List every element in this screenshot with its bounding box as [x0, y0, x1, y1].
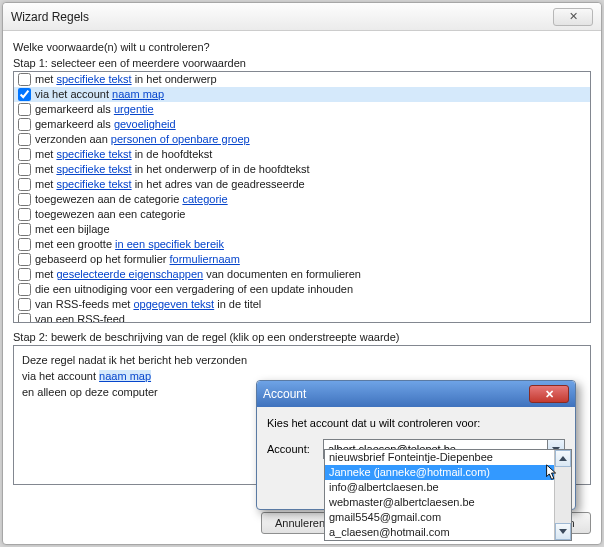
- condition-text: met een bijlage: [35, 222, 110, 237]
- condition-link[interactable]: categorie: [182, 193, 227, 205]
- scroll-down-button[interactable]: [555, 523, 571, 540]
- condition-row[interactable]: gemarkeerd als gevoeligheid: [14, 117, 590, 132]
- scroll-up-button[interactable]: [555, 450, 571, 467]
- dropdown-option[interactable]: gmail5545@gmail.com: [325, 510, 571, 525]
- condition-link[interactable]: gevoeligheid: [114, 118, 176, 130]
- chevron-up-icon: [559, 456, 567, 461]
- condition-row[interactable]: verzonden aan personen of openbare groep: [14, 132, 590, 147]
- condition-text: toegewezen aan een categorie: [35, 207, 185, 222]
- condition-row[interactable]: die een uitnodiging voor een vergadering…: [14, 282, 590, 297]
- condition-row[interactable]: met een bijlage: [14, 222, 590, 237]
- condition-link[interactable]: specifieke tekst: [56, 163, 131, 175]
- condition-checkbox[interactable]: [18, 163, 31, 176]
- condition-checkbox[interactable]: [18, 178, 31, 191]
- condition-text: gemarkeerd als urgentie: [35, 102, 154, 117]
- condition-link[interactable]: personen of openbare groep: [111, 133, 250, 145]
- dropdown-option[interactable]: info@albertclaesen.be: [325, 480, 571, 495]
- dropdown-option[interactable]: nieuwsbrief Fonteintje-Diepenbee: [325, 450, 571, 465]
- condition-checkbox[interactable]: [18, 268, 31, 281]
- close-icon: ✕: [545, 388, 554, 401]
- chevron-down-icon: [559, 529, 567, 534]
- desc-account-link[interactable]: naam map: [99, 370, 151, 382]
- dropdown-option[interactable]: webmaster@albertclaesen.be: [325, 495, 571, 510]
- conditions-list[interactable]: met specifieke tekst in het onderwerpvia…: [13, 71, 591, 323]
- condition-text: van een RSS-feed: [35, 312, 125, 323]
- condition-checkbox[interactable]: [18, 88, 31, 101]
- condition-text: gebaseerd op het formulier formuliernaam: [35, 252, 240, 267]
- popup-title: Account: [263, 387, 529, 401]
- step2-label: Stap 2: bewerk de beschrijving van de re…: [13, 331, 591, 343]
- condition-checkbox[interactable]: [18, 148, 31, 161]
- condition-row[interactable]: met geselecteerde eigenschappen van docu…: [14, 267, 590, 282]
- condition-link[interactable]: geselecteerde eigenschappen: [56, 268, 203, 280]
- dropdown-scrollbar[interactable]: [554, 450, 571, 540]
- condition-link[interactable]: specifieke tekst: [56, 73, 131, 85]
- close-icon: ✕: [569, 10, 578, 23]
- condition-text: met specifieke tekst in het onderwerp: [35, 72, 217, 87]
- account-dropdown-list[interactable]: nieuwsbrief Fonteintje-Diepenbee Janneke…: [324, 449, 572, 541]
- step1-label: Stap 1: selecteer een of meerdere voorwa…: [13, 57, 591, 69]
- condition-text: met specifieke tekst in de hoofdtekst: [35, 147, 212, 162]
- condition-row[interactable]: van RSS-feeds met opgegeven tekst in de …: [14, 297, 590, 312]
- condition-checkbox[interactable]: [18, 103, 31, 116]
- condition-row[interactable]: met specifieke tekst in het onderwerp: [14, 72, 590, 87]
- condition-text: met geselecteerde eigenschappen van docu…: [35, 267, 361, 282]
- popup-prompt: Kies het account dat u wilt controleren …: [267, 417, 565, 429]
- condition-checkbox[interactable]: [18, 238, 31, 251]
- condition-row[interactable]: via het account naam map: [14, 87, 590, 102]
- question-text: Welke voorwaarde(n) wilt u controleren?: [13, 41, 591, 53]
- condition-link[interactable]: specifieke tekst: [56, 178, 131, 190]
- condition-text: via het account naam map: [35, 87, 164, 102]
- window-close-button[interactable]: ✕: [553, 8, 593, 26]
- desc-line1: Deze regel nadat ik het bericht heb verz…: [22, 352, 582, 368]
- condition-text: met specifieke tekst in het onderwerp of…: [35, 162, 310, 177]
- condition-row[interactable]: van een RSS-feed: [14, 312, 590, 323]
- condition-checkbox[interactable]: [18, 298, 31, 311]
- condition-checkbox[interactable]: [18, 193, 31, 206]
- condition-checkbox[interactable]: [18, 283, 31, 296]
- condition-row[interactable]: gebaseerd op het formulier formuliernaam: [14, 252, 590, 267]
- condition-row[interactable]: met specifieke tekst in het adres van de…: [14, 177, 590, 192]
- condition-row[interactable]: met specifieke tekst in de hoofdtekst: [14, 147, 590, 162]
- account-label: Account:: [267, 443, 317, 455]
- popup-titlebar: Account ✕: [257, 381, 575, 407]
- condition-row[interactable]: met specifieke tekst in het onderwerp of…: [14, 162, 590, 177]
- window-title: Wizard Regels: [11, 10, 553, 24]
- condition-checkbox[interactable]: [18, 133, 31, 146]
- condition-text: van RSS-feeds met opgegeven tekst in de …: [35, 297, 261, 312]
- condition-row[interactable]: toegewezen aan een categorie: [14, 207, 590, 222]
- condition-text: die een uitnodiging voor een vergadering…: [35, 282, 353, 297]
- condition-checkbox[interactable]: [18, 208, 31, 221]
- condition-text: gemarkeerd als gevoeligheid: [35, 117, 176, 132]
- condition-row[interactable]: gemarkeerd als urgentie: [14, 102, 590, 117]
- condition-text: met specifieke tekst in het adres van de…: [35, 177, 305, 192]
- condition-checkbox[interactable]: [18, 223, 31, 236]
- condition-row[interactable]: toegewezen aan de categorie categorie: [14, 192, 590, 207]
- condition-checkbox[interactable]: [18, 313, 31, 323]
- condition-text: verzonden aan personen of openbare groep: [35, 132, 250, 147]
- condition-link[interactable]: naam map: [112, 88, 164, 100]
- dropdown-option[interactable]: a_claesen@hotmail.com: [325, 525, 571, 540]
- condition-link[interactable]: formuliernaam: [170, 253, 240, 265]
- popup-close-button[interactable]: ✕: [529, 385, 569, 403]
- condition-link[interactable]: urgentie: [114, 103, 154, 115]
- condition-text: met een grootte in een specifiek bereik: [35, 237, 224, 252]
- titlebar: Wizard Regels ✕: [3, 3, 601, 31]
- condition-link[interactable]: specifieke tekst: [56, 148, 131, 160]
- condition-checkbox[interactable]: [18, 73, 31, 86]
- condition-text: toegewezen aan de categorie categorie: [35, 192, 228, 207]
- condition-link[interactable]: opgegeven tekst: [133, 298, 214, 310]
- condition-link[interactable]: in een specifiek bereik: [115, 238, 224, 250]
- condition-row[interactable]: met een grootte in een specifiek bereik: [14, 237, 590, 252]
- condition-checkbox[interactable]: [18, 253, 31, 266]
- condition-checkbox[interactable]: [18, 118, 31, 131]
- dropdown-option[interactable]: Janneke (janneke@hotmail.com): [325, 465, 571, 480]
